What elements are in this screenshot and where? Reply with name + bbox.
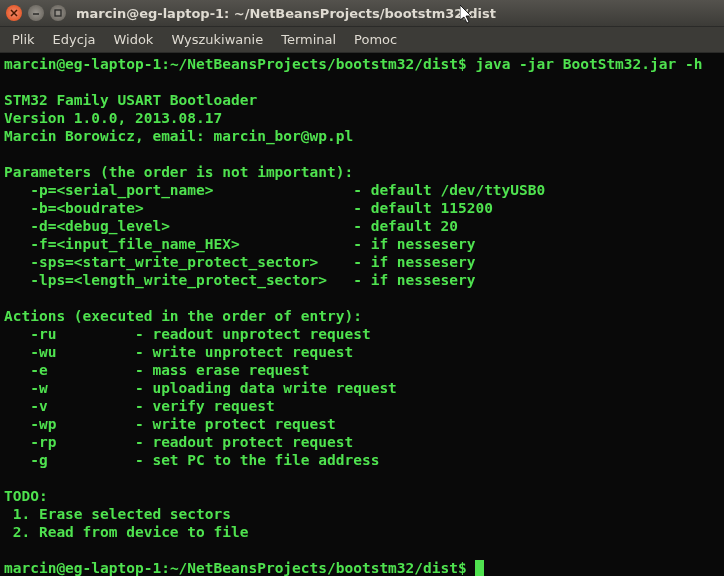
menu-plik[interactable]: Plik <box>4 29 43 50</box>
prompt-user-host: marcin@eg-laptop-1 <box>4 56 161 72</box>
window-title: marcin@eg-laptop-1: ~/NetBeansProjects/b… <box>76 6 718 21</box>
menubar: Plik Edycja Widok Wyszukiwanie Terminal … <box>0 27 724 53</box>
window-buttons <box>6 5 66 21</box>
close-button[interactable] <box>6 5 22 21</box>
terminal-lines: STM32 Family USART Bootloader Version 1.… <box>4 92 545 540</box>
prompt-path: ~/NetBeansProjects/bootstm32/dist <box>170 56 458 72</box>
prompt-symbol: $ <box>458 56 467 72</box>
svg-rect-0 <box>55 10 61 16</box>
menu-wyszukiwanie[interactable]: Wyszukiwanie <box>163 29 271 50</box>
prompt-symbol-2: $ <box>458 560 467 576</box>
terminal-cursor <box>475 560 484 576</box>
command-text: java -jar BootStm32.jar -h <box>475 56 702 72</box>
menu-terminal[interactable]: Terminal <box>273 29 344 50</box>
prompt-path-2: ~/NetBeansProjects/bootstm32/dist <box>170 560 458 576</box>
menu-widok[interactable]: Widok <box>105 29 161 50</box>
titlebar: marcin@eg-laptop-1: ~/NetBeansProjects/b… <box>0 0 724 27</box>
menu-edycja[interactable]: Edycja <box>45 29 104 50</box>
menu-pomoc[interactable]: Pomoc <box>346 29 405 50</box>
maximize-button[interactable] <box>50 5 66 21</box>
prompt-user-host-2: marcin@eg-laptop-1 <box>4 560 161 576</box>
terminal-output[interactable]: marcin@eg-laptop-1:~/NetBeansProjects/bo… <box>0 53 724 576</box>
minimize-button[interactable] <box>28 5 44 21</box>
